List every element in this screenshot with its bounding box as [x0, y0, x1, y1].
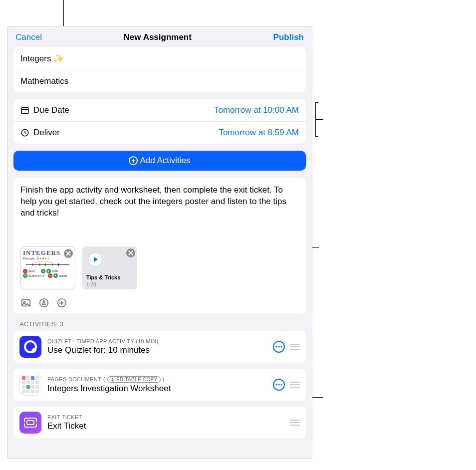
class-value: Mathematics	[20, 76, 68, 86]
activity-more-button[interactable]	[273, 379, 285, 391]
attachment-poster[interactable]: INTEGERS Example: -3 + 4 = 1 −ADD ++ADD …	[20, 246, 75, 289]
remove-attachment-button[interactable]	[64, 249, 73, 258]
due-date-label: Due Date	[33, 105, 69, 115]
class-field[interactable]: Mathematics	[13, 70, 306, 92]
svg-point-19	[58, 299, 66, 307]
media-toolbar	[20, 297, 299, 308]
plus-circle-icon: +	[129, 156, 138, 165]
meta-close-paren: )	[163, 376, 165, 382]
activity-row: EXIT TICKET Exit Ticket	[13, 407, 306, 439]
svg-point-26	[280, 346, 282, 347]
due-date-value[interactable]: Tomorrow at 10:00 AM	[214, 105, 299, 115]
callout-bracket	[315, 119, 323, 120]
meta-open-paren: (	[103, 376, 105, 382]
activities-header: ACTIVITIES: 3	[19, 320, 300, 328]
attachments-row: INTEGERS Example: -3 + 4 = 1 −ADD ++ADD …	[20, 246, 299, 289]
callout-bracket	[315, 102, 318, 103]
schedule-card: Due Date Tomorrow at 10:00 AM Deliver To…	[13, 99, 306, 144]
activity-row: QUIZLET · TIMED APP ACTIVITY (10 MIN) Us…	[13, 331, 306, 363]
deliver-label: Deliver	[33, 128, 60, 138]
svg-point-24	[275, 346, 277, 347]
new-assignment-sheet: Cancel New Assignment Publish Integers ✨…	[7, 26, 312, 459]
exit-ticket-icon	[19, 412, 41, 434]
svg-rect-32	[27, 421, 34, 425]
due-date-row[interactable]: Due Date Tomorrow at 10:00 AM	[13, 99, 306, 122]
svg-point-33	[24, 422, 25, 424]
play-icon[interactable]	[88, 252, 102, 266]
calendar-icon	[20, 106, 29, 115]
drag-handle-icon[interactable]	[290, 420, 300, 426]
deliver-row[interactable]: Deliver Tomorrow at 8:59 AM	[13, 122, 306, 144]
add-activities-label: Add Activities	[140, 156, 190, 166]
activity-meta: PAGES DOCUMENT ( EDITABLE COPY )	[47, 376, 267, 383]
svg-marker-15	[94, 257, 98, 262]
instructions-text[interactable]: Finish the app activity and worksheet, t…	[20, 185, 299, 244]
nav-bar: Cancel New Assignment Publish	[7, 26, 312, 47]
add-audio-icon[interactable]	[56, 297, 67, 308]
activity-title: Exit Ticket	[47, 421, 284, 431]
activity-title: Use Quizlet for: 10 minutes	[47, 345, 267, 355]
callout-bracket	[315, 136, 318, 137]
add-photo-icon[interactable]	[20, 297, 31, 308]
instructions-card: Finish the app activity and worksheet, t…	[13, 178, 306, 313]
assignment-name-value: Integers ✨	[20, 53, 64, 64]
svg-point-28	[275, 384, 277, 385]
svg-point-25	[278, 346, 279, 347]
cancel-button[interactable]: Cancel	[15, 32, 42, 42]
activity-meta: EXIT TICKET	[47, 414, 284, 420]
drag-handle-icon[interactable]	[290, 344, 300, 350]
clock-icon	[20, 128, 29, 137]
drag-handle-icon[interactable]	[290, 382, 300, 388]
activity-meta: QUIZLET · TIMED APP ACTIVITY (10 MIN)	[47, 338, 267, 344]
add-drawing-icon[interactable]	[38, 297, 49, 308]
attachment-audio[interactable]: Tips & Tricks 1:20	[82, 246, 137, 289]
activity-title: Integers Investigation Worksheet	[47, 384, 267, 394]
svg-rect-31	[24, 418, 36, 427]
publish-button[interactable]: Publish	[273, 32, 304, 42]
svg-rect-0	[21, 108, 28, 114]
attachment-duration: 1:20	[86, 282, 96, 287]
activity-more-button[interactable]	[273, 341, 285, 353]
svg-point-34	[35, 422, 37, 424]
editable-copy-badge: EDITABLE COPY	[107, 376, 161, 383]
poster-example: Example: -3 + 4 = 1	[23, 257, 73, 260]
deliver-value[interactable]: Tomorrow at 8:59 AM	[219, 128, 299, 138]
pages-document-icon	[19, 374, 41, 396]
svg-point-29	[278, 384, 279, 385]
assignment-name-field[interactable]: Integers ✨	[13, 47, 306, 70]
svg-point-30	[280, 384, 282, 385]
activity-row: PAGES DOCUMENT ( EDITABLE COPY ) Integer…	[13, 369, 306, 401]
quizlet-icon	[19, 336, 41, 358]
svg-point-27	[112, 378, 113, 379]
name-class-card: Integers ✨ Mathematics	[13, 47, 306, 92]
page-title: New Assignment	[124, 32, 192, 42]
attachment-title: Tips & Tricks	[86, 274, 120, 280]
remove-attachment-button[interactable]	[126, 248, 135, 257]
add-activities-button[interactable]: + Add Activities	[13, 151, 306, 171]
